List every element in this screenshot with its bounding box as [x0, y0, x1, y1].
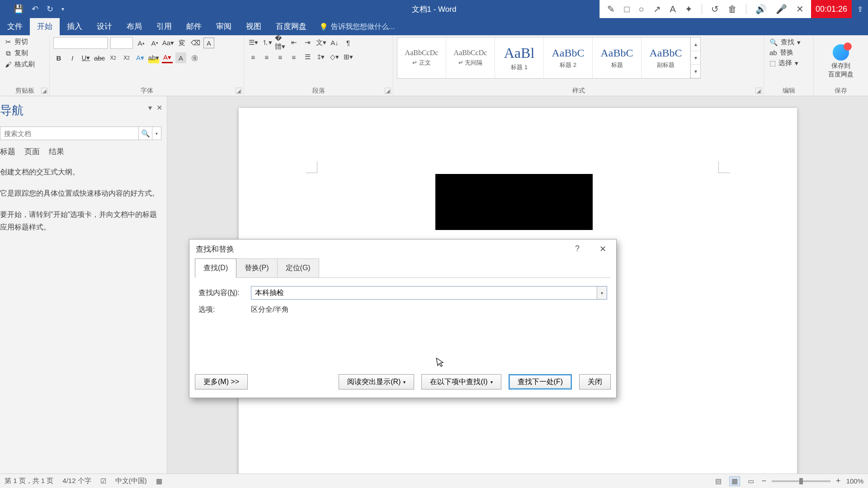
speaker-icon[interactable]: 🔊: [755, 4, 767, 14]
multilevel-button[interactable]: �體▾: [275, 37, 286, 48]
align-center-button[interactable]: ≡: [261, 52, 272, 62]
sparkle-icon[interactable]: ✦: [685, 4, 693, 14]
nav-search-input[interactable]: [0, 127, 139, 140]
enclose-char-button[interactable]: ㊝: [189, 52, 200, 63]
phonetic-button[interactable]: 変: [176, 38, 187, 48]
font-size-combo[interactable]: [110, 37, 133, 49]
char-border-button[interactable]: A: [203, 38, 214, 48]
tab-insert[interactable]: 插入: [60, 18, 90, 35]
pencil-icon[interactable]: ✎: [607, 4, 615, 14]
shading-button[interactable]: ◇▾: [329, 52, 340, 62]
navpane-dropdown-icon[interactable]: ▾: [148, 103, 152, 112]
trash-icon[interactable]: 🗑: [728, 4, 737, 14]
save-icon[interactable]: 💾: [14, 4, 24, 14]
style-heading2[interactable]: AaBbC标题 2: [544, 38, 593, 78]
status-words[interactable]: 4/12 个字: [62, 477, 91, 485]
line-spacing-button[interactable]: ‡▾: [316, 52, 326, 62]
square-icon[interactable]: □: [624, 4, 629, 14]
nav-tab-headings[interactable]: 标题: [0, 146, 15, 159]
subscript-button[interactable]: X2: [108, 52, 118, 63]
view-print-button[interactable]: ▦: [729, 476, 740, 486]
text-icon[interactable]: A: [670, 4, 676, 14]
style-subtitle[interactable]: AaBbC副标题: [642, 38, 690, 78]
copy-button[interactable]: ⧉复制: [4, 48, 36, 58]
circle-icon[interactable]: ○: [638, 4, 644, 14]
mic-icon[interactable]: 🎤: [776, 4, 787, 14]
styles-launcher[interactable]: ◢: [755, 88, 762, 94]
baidu-save-button[interactable]: 保存到百度网盘: [828, 61, 854, 78]
paragraph-launcher[interactable]: ◢: [385, 88, 391, 94]
tab-mailings[interactable]: 邮件: [179, 18, 209, 35]
style-heading1[interactable]: AaBl标题 1: [495, 38, 544, 78]
strike-button[interactable]: abc: [94, 52, 105, 63]
tab-home[interactable]: 开始: [30, 18, 60, 35]
dialog-titlebar[interactable]: 查找和替换 ? ✕: [189, 239, 616, 258]
justify-button[interactable]: ≡: [288, 52, 299, 62]
tab-layout[interactable]: 布局: [119, 18, 149, 35]
reading-highlight-button[interactable]: 阅读突出显示(R)▾: [339, 374, 414, 389]
status-macro-icon[interactable]: ▦: [156, 477, 162, 485]
status-proofing-icon[interactable]: ☑: [100, 477, 106, 485]
numbering-button[interactable]: ⒈▾: [261, 37, 272, 48]
redo-icon[interactable]: ↻: [47, 4, 53, 14]
find-what-input[interactable]: [251, 286, 597, 299]
clipboard-launcher[interactable]: ◢: [41, 88, 47, 94]
dialog-help-button[interactable]: ?: [571, 242, 583, 256]
font-name-combo[interactable]: [53, 37, 108, 49]
font-color-button[interactable]: A▾: [162, 52, 173, 63]
align-left-button[interactable]: ≡: [248, 52, 259, 62]
share-icon[interactable]: ⇪: [852, 0, 868, 18]
increase-indent-button[interactable]: ⇥: [302, 37, 313, 48]
text-effects-button[interactable]: A▾: [135, 52, 146, 63]
grow-font-button[interactable]: A▴: [136, 38, 146, 48]
status-pages[interactable]: 第 1 页，共 1 页: [5, 477, 53, 485]
find-in-button[interactable]: 在以下项中查找(I)▾: [421, 374, 501, 389]
tab-view[interactable]: 视图: [239, 18, 269, 35]
baidu-cloud-icon[interactable]: [833, 44, 849, 61]
dialog-tab-replace[interactable]: 替换(P): [236, 258, 277, 278]
format-painter-button[interactable]: 🖌格式刷: [4, 60, 36, 69]
superscript-button[interactable]: X2: [121, 52, 132, 63]
tell-me-box[interactable]: 💡 告诉我您想做什么...: [314, 19, 400, 35]
nav-search-button[interactable]: 🔍: [139, 127, 152, 140]
tab-file[interactable]: 文件: [0, 18, 30, 35]
styles-gallery-more[interactable]: ▴▾▾: [690, 38, 700, 78]
borders-button[interactable]: ⊞▾: [343, 52, 354, 62]
zoom-in-button[interactable]: +: [836, 476, 841, 486]
find-what-dropdown[interactable]: ▾: [597, 286, 607, 299]
more-button[interactable]: 更多(M) >>: [195, 374, 248, 389]
zoom-slider[interactable]: [772, 480, 830, 482]
distribute-button[interactable]: ☰: [302, 52, 313, 62]
zoom-out-button[interactable]: −: [762, 476, 767, 486]
style-title[interactable]: AaBbC标题: [593, 38, 642, 78]
nav-tab-results[interactable]: 结果: [49, 146, 64, 159]
undo-icon[interactable]: ↶: [32, 4, 38, 14]
asian-layout-button[interactable]: 文▾: [316, 37, 326, 48]
clear-format-button[interactable]: ⌫: [190, 38, 201, 48]
shrink-font-button[interactable]: A▾: [149, 38, 160, 48]
zoom-level[interactable]: 100%: [846, 477, 863, 485]
tab-baidu[interactable]: 百度网盘: [269, 18, 314, 35]
replace-button[interactable]: ab替换: [769, 48, 801, 57]
underline-button[interactable]: U▾: [80, 52, 91, 63]
tab-design[interactable]: 设计: [90, 18, 119, 35]
tab-references[interactable]: 引用: [149, 18, 179, 35]
tab-review[interactable]: 审阅: [209, 18, 239, 35]
sort-button[interactable]: A↓: [329, 37, 340, 48]
close-rec-icon[interactable]: ✕: [796, 4, 804, 14]
change-case-button[interactable]: Aa▾: [163, 38, 174, 48]
dialog-tab-find[interactable]: 查找(D): [195, 258, 236, 278]
qat-more-icon[interactable]: ▾: [61, 6, 64, 12]
italic-button[interactable]: I: [67, 52, 78, 63]
bullets-button[interactable]: ☰▾: [248, 37, 259, 48]
char-shading-button[interactable]: A: [175, 52, 186, 63]
dialog-tab-goto[interactable]: 定位(G): [277, 258, 319, 278]
view-read-button[interactable]: ▤: [713, 476, 724, 486]
bold-button[interactable]: B: [53, 52, 64, 63]
close-dialog-button[interactable]: 关闭: [579, 374, 611, 389]
status-language[interactable]: 中文(中国): [115, 477, 147, 485]
nav-tab-pages[interactable]: 页面: [24, 146, 40, 159]
style-no-spacing[interactable]: AaBbCcDc↵ 无间隔: [446, 38, 495, 78]
show-marks-button[interactable]: ¶: [343, 37, 354, 48]
font-launcher[interactable]: ◢: [236, 88, 242, 94]
